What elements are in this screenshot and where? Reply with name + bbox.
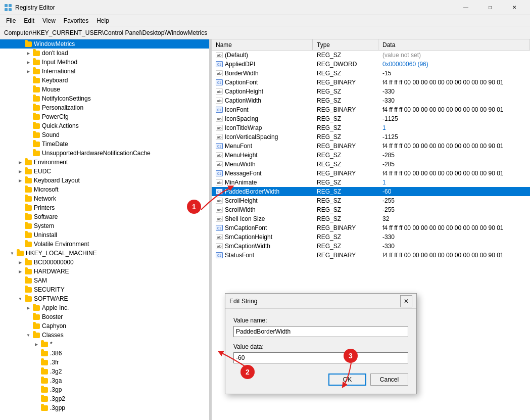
tree-item-printers[interactable]: Printers (0, 203, 209, 212)
expand-arrow-eudc[interactable]: ▶ (16, 167, 24, 175)
expand-arrow-booster[interactable] (24, 313, 32, 321)
expand-arrow-security[interactable] (16, 286, 24, 294)
expand-arrow-classes[interactable]: ▼ (24, 331, 32, 339)
reg-row-captionheight[interactable]: abCaptionHeightREG_SZ-330 (212, 87, 530, 96)
reg-row-menuheight[interactable]: abMenuHeightREG_SZ-285 (212, 151, 530, 160)
menu-view[interactable]: View (38, 16, 60, 25)
cancel-button[interactable]: Cancel (370, 374, 408, 386)
tree-item-network[interactable]: Network (0, 194, 209, 203)
reg-row-menuwidth[interactable]: abMenuWidthREG_SZ-285 (212, 160, 530, 169)
reg-row-captionwidth[interactable]: abCaptionWidthREG_SZ-330 (212, 96, 530, 105)
tree-item-booster[interactable]: Booster (0, 312, 209, 321)
tree-item-3gpp[interactable]: .3gpp (0, 403, 209, 412)
reg-row-scrollwidth[interactable]: abScrollWidthREG_SZ-255 (212, 205, 530, 214)
reg-row-paddedborderwidth[interactable]: 01PaddedBorderWidthREG_SZ-60 (212, 187, 530, 196)
reg-row-iconverticalspacing[interactable]: abIconVerticalSpacingREG_SZ-1125 (212, 132, 530, 142)
reg-row-iconspacing[interactable]: abIconSpacingREG_SZ-1125 (212, 114, 530, 123)
reg-row-icontitlewrap[interactable]: abIconTitleWrapREG_SZ1 (212, 123, 530, 132)
expand-arrow-3g2[interactable] (32, 367, 40, 376)
tree-item-sound[interactable]: Sound (0, 130, 209, 139)
tree-item-sam[interactable]: SAM (0, 276, 209, 285)
tree-item-keyboardlayout[interactable]: ▶Keyboard Layout (0, 176, 209, 185)
expand-arrow-keyboard[interactable] (24, 76, 32, 84)
tree-item-quickactions[interactable]: Quick Actions (0, 121, 209, 130)
reg-row-menufont[interactable]: 01MenuFontREG_BINARYf4 ff ff ff 00 00 00… (212, 142, 530, 151)
reg-row-iconfont[interactable]: 01IconFontREG_BINARYf4 ff ff ff 00 00 00… (212, 105, 530, 114)
expand-arrow-powercfg[interactable] (24, 113, 32, 121)
tree-item-personalization[interactable]: Personalization (0, 103, 209, 112)
menu-file[interactable]: File (2, 16, 20, 25)
tree-item-windowmetrics[interactable]: WindowMetrics (0, 39, 209, 49)
reg-row-smcaptionwidth[interactable]: abSmCaptionWidthREG_SZ-330 (212, 242, 530, 251)
expand-arrow-printers[interactable] (16, 204, 24, 212)
menu-help[interactable]: Help (92, 16, 113, 25)
reg-row-borderwidth[interactable]: abBorderWidthREG_SZ-15 (212, 69, 530, 78)
reg-row-shelliconsize[interactable]: abShell Icon SizeREG_SZ32 (212, 214, 530, 223)
expand-arrow-3gpp[interactable] (32, 404, 40, 412)
tree-item-3gp[interactable]: .3gp (0, 385, 209, 394)
reg-row-messagefont[interactable]: 01MessageFontREG_BINARYf4 ff ff ff 00 00… (212, 169, 530, 178)
expand-arrow-timedate[interactable] (24, 140, 32, 148)
tree-item-hklm[interactable]: ▼HKEY_LOCAL_MACHINE (0, 249, 209, 258)
expand-arrow-network[interactable] (16, 195, 24, 203)
dialog-close-button[interactable]: ✕ (400, 295, 412, 307)
expand-arrow-personalization[interactable] (24, 104, 32, 112)
reg-row-applieddpi[interactable]: 01AppliedDPIREG_DWORD0x00000060 (96) (212, 60, 530, 69)
expand-arrow-3ga[interactable] (32, 377, 40, 385)
close-button[interactable]: ✕ (503, 0, 526, 15)
expand-arrow-international[interactable]: ▶ (24, 67, 32, 75)
tree-item-386[interactable]: .386 (0, 349, 209, 358)
expand-arrow-3gp[interactable] (32, 386, 40, 394)
tree-item-bcd[interactable]: ▶BCD00000000 (0, 258, 209, 267)
expand-arrow-keyboardlayout[interactable]: ▶ (16, 176, 24, 184)
tree-item-environment[interactable]: ▶Environment (0, 158, 209, 167)
expand-arrow-mouse[interactable] (24, 85, 32, 94)
tree-item-caphyon[interactable]: Caphyon (0, 321, 209, 331)
tree-item-3g2[interactable]: .3g2 (0, 367, 209, 376)
tree-item-mouse[interactable]: Mouse (0, 85, 209, 94)
ok-button[interactable]: OK (328, 374, 366, 386)
expand-arrow-uninstall[interactable] (16, 231, 24, 239)
reg-row-captionfont[interactable]: 01CaptionFontREG_BINARYf4 ff ff ff 00 00… (212, 78, 530, 87)
expand-arrow-unsupported[interactable] (24, 149, 32, 157)
tree-item-powercfg[interactable]: PowerCfg (0, 112, 209, 121)
reg-row-scrollheight[interactable]: abScrollHeightREG_SZ-255 (212, 196, 530, 205)
expand-arrow-quickactions[interactable] (24, 122, 32, 130)
tree-item-3fr[interactable]: .3fr (0, 358, 209, 367)
expand-arrow-star[interactable]: ▶ (32, 340, 40, 348)
expand-arrow-notifyiconsettings[interactable] (24, 95, 32, 103)
expand-arrow-3fr[interactable] (32, 358, 40, 366)
value-name-input[interactable] (233, 326, 408, 337)
tree-item-security[interactable]: SECURITY (0, 285, 209, 294)
expand-arrow-windowmetrics[interactable] (16, 40, 24, 48)
tree-item-classes[interactable]: ▼Classes (0, 331, 209, 340)
reg-row-statusfont[interactable]: 01StatusFontREG_BINARYf4 ff ff ff 00 00 … (212, 251, 530, 260)
tree-item-microsoft[interactable]: Microsoft (0, 185, 209, 194)
menu-favorites[interactable]: Favorites (60, 16, 92, 25)
expand-arrow-sound[interactable] (24, 131, 32, 139)
tree-item-system[interactable]: System (0, 221, 209, 230)
tree-item-uninstall[interactable]: Uninstall (0, 230, 209, 240)
tree-item-software[interactable]: Software (0, 212, 209, 221)
tree-item-dontload[interactable]: ▶don't load (0, 49, 209, 58)
expand-arrow-software2[interactable]: ▼ (16, 295, 24, 303)
tree-item-volatileenv[interactable]: Volatile Environment (0, 240, 209, 249)
edit-string-dialog[interactable]: Edit String ✕ Value name: Value data: OK… (225, 293, 417, 394)
expand-arrow-sam[interactable] (16, 276, 24, 285)
expand-arrow-hklm[interactable]: ▼ (8, 249, 16, 257)
maximize-button[interactable]: □ (478, 0, 502, 15)
tree-item-timedate[interactable]: TimeDate (0, 139, 209, 149)
tree-item-hardware[interactable]: ▶HARDWARE (0, 267, 209, 276)
expand-arrow-hardware[interactable]: ▶ (16, 267, 24, 275)
reg-row-smcaptionheight[interactable]: abSmCaptionHeightREG_SZ-330 (212, 232, 530, 242)
expand-arrow-appleinc[interactable]: ▶ (24, 304, 32, 312)
reg-row-smcaptionfont[interactable]: 01SmCaptionFontREG_BINARYf4 ff ff ff 00 … (212, 223, 530, 232)
tree-item-keyboard[interactable]: Keyboard (0, 76, 209, 85)
tree-item-unsupported[interactable]: UnsupportedHardwareNotificationCache (0, 149, 209, 158)
tree-item-appleinc[interactable]: ▶Apple Inc. (0, 303, 209, 312)
expand-arrow-volatileenv[interactable] (16, 240, 24, 248)
minimize-button[interactable]: — (454, 0, 477, 15)
menu-edit[interactable]: Edit (20, 16, 38, 25)
expand-arrow-system[interactable] (16, 222, 24, 230)
expand-arrow-environment[interactable]: ▶ (16, 158, 24, 166)
